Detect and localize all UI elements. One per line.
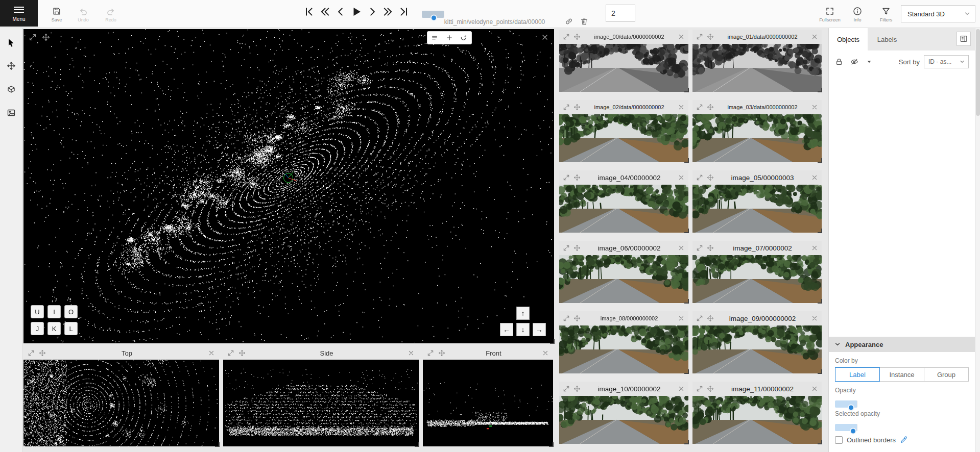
expand-icon[interactable] xyxy=(696,244,703,252)
resize-handle[interactable] xyxy=(818,369,822,374)
camera-image[interactable] xyxy=(692,325,822,373)
close-icon[interactable] xyxy=(811,33,818,40)
outlined-borders-checkbox[interactable] xyxy=(835,436,843,444)
key-l-button[interactable]: L xyxy=(64,322,78,335)
resize-handle[interactable] xyxy=(684,229,689,233)
expand-icon[interactable] xyxy=(563,174,570,181)
resize-handle[interactable] xyxy=(818,299,822,304)
menu-button[interactable]: Menu xyxy=(0,0,38,27)
pan-icon[interactable] xyxy=(707,104,714,111)
resize-handle[interactable] xyxy=(684,88,689,92)
close-icon[interactable] xyxy=(678,33,685,40)
expand-icon[interactable] xyxy=(563,33,570,40)
expand-icon[interactable] xyxy=(696,104,703,111)
camera-image[interactable] xyxy=(692,44,822,92)
panel-scrollbar[interactable] xyxy=(975,28,980,452)
select-tool-button[interactable] xyxy=(4,35,18,49)
camera-image[interactable] xyxy=(692,185,822,233)
resize-handle[interactable] xyxy=(818,229,822,233)
expand-icon[interactable] xyxy=(563,104,570,111)
scrollbar-thumb[interactable] xyxy=(976,29,980,116)
tab-objects[interactable]: Objects xyxy=(829,28,868,51)
key-j-button[interactable]: J xyxy=(31,322,44,335)
close-icon[interactable] xyxy=(678,104,685,111)
pan-icon[interactable] xyxy=(707,33,714,40)
add-icon[interactable] xyxy=(446,34,453,41)
expand-icon[interactable] xyxy=(696,385,703,392)
close-icon[interactable] xyxy=(678,315,685,322)
pan-icon[interactable] xyxy=(707,385,714,392)
delete-button[interactable] xyxy=(579,16,590,27)
color-by-label-option[interactable]: Label xyxy=(835,367,880,382)
close-icon[interactable] xyxy=(542,349,549,357)
expand-icon[interactable] xyxy=(696,315,703,322)
resize-handle[interactable] xyxy=(818,440,822,444)
list-icon[interactable] xyxy=(431,34,438,41)
next-frame-button[interactable] xyxy=(366,5,379,18)
top-view-canvas[interactable] xyxy=(23,360,219,446)
side-view-canvas[interactable] xyxy=(223,360,419,446)
expand-icon[interactable] xyxy=(563,385,570,392)
close-icon[interactable] xyxy=(678,244,685,252)
viewport-close-button[interactable] xyxy=(541,33,549,41)
lock-button[interactable] xyxy=(835,58,843,66)
front-view-canvas[interactable] xyxy=(423,360,553,446)
nav-down-button[interactable]: ↓ xyxy=(516,323,530,336)
selected-opacity-slider-handle[interactable] xyxy=(850,428,856,435)
panel-toggle-button[interactable] xyxy=(957,32,971,46)
close-icon[interactable] xyxy=(811,104,818,111)
expand-icon[interactable] xyxy=(563,315,570,322)
camera-image[interactable] xyxy=(559,44,688,92)
pan-icon[interactable] xyxy=(438,349,445,357)
pan-icon[interactable] xyxy=(573,385,581,392)
close-icon[interactable] xyxy=(408,349,415,357)
expand-icon[interactable] xyxy=(227,349,234,357)
camera-image[interactable] xyxy=(692,255,822,303)
fullscreen-button[interactable]: Fullscreen xyxy=(816,4,844,25)
camera-image[interactable] xyxy=(559,255,688,303)
resize-handle[interactable] xyxy=(215,442,220,447)
nav-left-button[interactable]: ← xyxy=(500,323,513,336)
camera-image[interactable] xyxy=(559,114,688,162)
frame-slider[interactable] xyxy=(422,7,600,15)
color-by-group-option[interactable]: Group xyxy=(924,367,969,382)
reset-rotate-icon[interactable] xyxy=(460,34,467,41)
key-o-button[interactable]: O xyxy=(64,305,78,318)
objects-list[interactable] xyxy=(829,73,975,337)
cuboid-tool-button[interactable] xyxy=(4,82,18,96)
key-u-button[interactable]: U xyxy=(31,305,44,318)
undo-button[interactable]: Undo xyxy=(71,4,95,25)
key-k-button[interactable]: K xyxy=(47,322,61,335)
close-icon[interactable] xyxy=(811,315,818,322)
pan-icon[interactable] xyxy=(39,349,46,357)
filter-dropdown-button[interactable] xyxy=(866,58,873,65)
resize-handle[interactable] xyxy=(684,369,689,374)
opacity-slider-handle[interactable] xyxy=(848,405,854,411)
camera-image[interactable] xyxy=(559,396,688,444)
frame-number-input[interactable] xyxy=(606,5,635,22)
resize-handle[interactable] xyxy=(818,88,822,92)
link-button[interactable] xyxy=(563,16,575,27)
resize-handle[interactable] xyxy=(684,440,689,444)
move-tool-button[interactable] xyxy=(4,59,18,73)
pan-icon[interactable] xyxy=(573,33,581,40)
previous-frame-button[interactable] xyxy=(334,5,347,18)
pan-icon[interactable] xyxy=(573,315,581,322)
appearance-header[interactable]: Appearance xyxy=(829,337,975,352)
pan-icon[interactable] xyxy=(573,174,581,181)
play-button[interactable] xyxy=(350,5,363,18)
key-i-button[interactable]: I xyxy=(47,305,61,318)
close-icon[interactable] xyxy=(678,174,685,181)
fast-forward-button[interactable] xyxy=(381,5,395,18)
selected-opacity-slider[interactable] xyxy=(835,420,969,429)
expand-icon[interactable] xyxy=(563,244,570,252)
filters-button[interactable]: Filters xyxy=(874,4,898,25)
close-icon[interactable] xyxy=(811,244,818,252)
camera-image[interactable] xyxy=(559,185,688,233)
camera-image[interactable] xyxy=(692,114,822,162)
view-mode-select[interactable]: Standard 3D xyxy=(901,5,975,22)
pan-icon[interactable] xyxy=(42,33,50,41)
skip-last-button[interactable] xyxy=(397,5,411,18)
resize-handle[interactable] xyxy=(684,299,689,304)
nav-up-button[interactable]: ↑ xyxy=(516,307,530,320)
